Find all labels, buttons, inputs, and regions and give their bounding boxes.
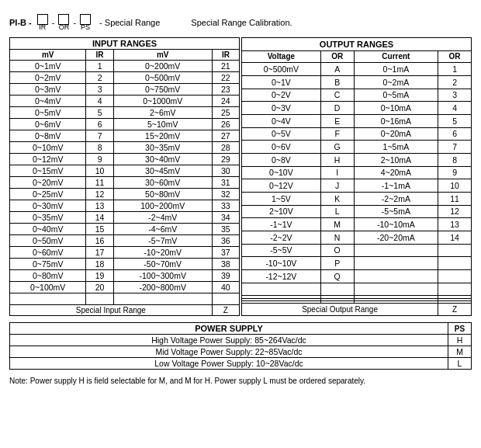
- table-row: 0~5VF0~20mA6: [242, 127, 472, 141]
- power-section-title: POWER SUPPLY: [10, 323, 448, 335]
- box-ir-group: IR: [36, 14, 50, 31]
- table-row: 0~4VE0~16mA5: [242, 114, 472, 127]
- table-row: 0~2VC0~5mA3: [242, 89, 472, 102]
- table-row: -5~5VO: [242, 244, 472, 257]
- table-row: 0~1mV10~200mV21: [10, 61, 240, 72]
- table-row: 0~15mV1030~45mV30: [10, 165, 240, 177]
- power-label-l: Low Voltage Power Supply: 10~28Vac/dc: [10, 358, 448, 370]
- output-col3: Current: [354, 50, 438, 63]
- input-col4: IR: [212, 50, 239, 61]
- table-row: -1~1VM-10~10mA13: [242, 218, 472, 231]
- output-col1: Voltage: [242, 50, 321, 63]
- special-input-label: Special Input Range: [10, 305, 213, 316]
- table-row: 0~75mV18-50~70mV38: [10, 259, 240, 270]
- power-code-m: M: [448, 346, 472, 358]
- power-label-h: High Voltage Power Supply: 85~264Vac/dc: [10, 335, 448, 346]
- table-row: 1~5VK-2~2mA11: [242, 192, 472, 205]
- table-row: 0~60mV17-10~20mV37: [10, 247, 240, 259]
- output-table: OUTPUT RANGES Voltage OR Current OR 0~50…: [241, 37, 472, 316]
- table-row: 0~4mV40~1000mV24: [10, 96, 240, 107]
- power-label-m: Mid Voltage Power Supply: 22~85Vac/dc: [10, 346, 448, 358]
- special-output-row: Special Output Range Z: [242, 304, 472, 316]
- table-row: 0~50mV16-5~7mV36: [10, 235, 240, 247]
- special-cal: Special Range Calibration.: [191, 18, 292, 27]
- output-col2: OR: [320, 50, 354, 63]
- table-row: 2~10VL-5~5mA12: [242, 205, 472, 218]
- table-row: 0~6mV65~10mV26: [10, 119, 240, 130]
- table-row: 0~10mV830~35mV28: [10, 142, 240, 154]
- special-output-code: Z: [438, 304, 472, 316]
- table-row: 0~500mVA0~1mA1: [242, 63, 472, 76]
- table-row: 0~8VH2~10mA8: [242, 153, 472, 166]
- table-row: 0~40mV15-4~6mV35: [10, 224, 240, 235]
- box-or-group: OR: [57, 14, 71, 31]
- dash-special: - Special Range: [99, 18, 160, 27]
- special-range-row: PI-B - IR - OR - PS - Special Range Spec…: [9, 14, 472, 31]
- note-text: Note: Power supply H is field selectable…: [9, 376, 472, 387]
- box-ps-group: PS: [78, 14, 92, 31]
- ps-sublabel: PS: [81, 23, 90, 31]
- table-row: 0~3VD0~10mA4: [242, 102, 472, 115]
- table-row: 0~30mV13100~200mV33: [10, 200, 240, 212]
- power-row-l: Low Voltage Power Supply: 10~28Vac/dc L: [10, 358, 472, 370]
- table-row: -10~10VP: [242, 257, 472, 270]
- table-row: [10, 293, 240, 305]
- power-row-m: Mid Voltage Power Supply: 22~85Vac/dc M: [10, 346, 472, 358]
- table-row: 0~12mV930~40mV29: [10, 154, 240, 165]
- power-code-l: L: [448, 358, 472, 370]
- special-output-label: Special Output Range: [242, 304, 438, 316]
- table-row: 0~100mV20-200~800mV40: [10, 282, 240, 293]
- table-row: 0~1VB0~2mA2: [242, 75, 472, 89]
- power-code-h: H: [448, 335, 472, 346]
- table-row: -12~12VQ: [242, 269, 472, 283]
- output-section-title: OUTPUT RANGES: [242, 38, 472, 51]
- power-row-h: High Voltage Power Supply: 85~264Vac/dc …: [10, 335, 472, 346]
- table-row: 0~2mV20~500mV22: [10, 72, 240, 84]
- table-row: [242, 283, 472, 296]
- table-row: 0~12VJ-1~1mA10: [242, 179, 472, 193]
- input-col1: mV: [10, 50, 86, 61]
- model2-label: PI-B -: [9, 18, 32, 27]
- table-row: 0~25mV1250~80mV32: [10, 189, 240, 200]
- table-row: 0~80mV19-100~300mV39: [10, 270, 240, 282]
- output-col4: OR: [438, 50, 472, 63]
- power-table: POWER SUPPLY PS High Voltage Power Suppl…: [9, 322, 472, 370]
- table-row: 0~10VI4~20mA9: [242, 166, 472, 179]
- special-input-code: Z: [212, 305, 239, 316]
- table-row: 0~20mV1130~60mV31: [10, 177, 240, 189]
- special-input-row: Special Input Range Z: [10, 305, 240, 316]
- table-row: 0~5mV52~6mV25: [10, 107, 240, 119]
- table-row: 0~3mV30~750mV23: [10, 84, 240, 96]
- range-tables: INPUT RANGES mV IR mV IR 0~1mV10~200mV21…: [9, 37, 472, 316]
- input-col3: mV: [113, 50, 212, 61]
- table-row: 0~6VG1~5mA7: [242, 141, 472, 154]
- input-table: INPUT RANGES mV IR mV IR 0~1mV10~200mV21…: [9, 37, 240, 316]
- table-row: -2~2VN-20~20mA14: [242, 231, 472, 244]
- ir-sublabel: IR: [39, 23, 46, 31]
- table-row: 0~8mV715~20mV27: [10, 130, 240, 142]
- or-sublabel: OR: [59, 23, 70, 31]
- input-section-title: INPUT RANGES: [10, 38, 240, 50]
- power-ps-col: PS: [448, 323, 472, 335]
- table-row: 0~35mV14-2~4mV34: [10, 212, 240, 224]
- input-col2: IR: [86, 50, 113, 61]
